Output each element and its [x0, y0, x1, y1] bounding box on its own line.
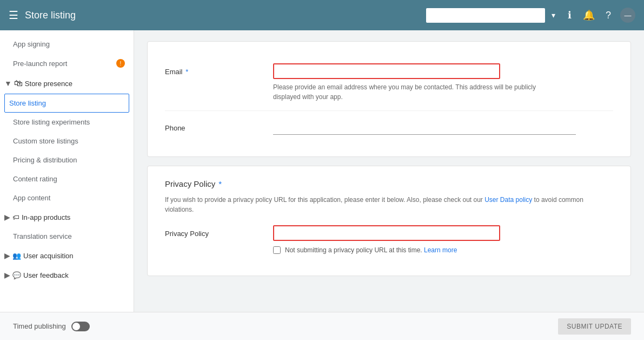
- contact-info-card: Email * Please provide an email address …: [147, 41, 631, 157]
- pre-launch-badge: !: [116, 59, 125, 68]
- topbar-title: Store listing: [25, 10, 420, 21]
- user-feedback-icon: 💬: [12, 271, 21, 279]
- email-row: Email * Please provide an email address …: [165, 55, 613, 111]
- submit-update-button[interactable]: SUBMIT UPDATE: [558, 318, 631, 335]
- privacy-required-star: *: [218, 179, 222, 188]
- sidebar-item-label: Store listing: [9, 99, 46, 107]
- notification-icon[interactable]: 🔔: [581, 8, 596, 23]
- no-privacy-policy-row: Not submitting a privacy policy URL at t…: [273, 246, 613, 254]
- sidebar-item-label: Content rating: [13, 175, 57, 183]
- search-input[interactable]: [426, 8, 545, 23]
- timed-publishing-toggle[interactable]: [71, 322, 90, 331]
- no-privacy-label: Not submitting a privacy policy URL at t…: [285, 246, 457, 254]
- email-field-container: Please provide an email address where yo…: [273, 63, 613, 102]
- sidebar-item-label: App signing: [13, 40, 50, 48]
- sidebar-item-content-rating[interactable]: Content rating: [0, 169, 134, 188]
- sidebar-section-label: User feedback: [23, 271, 69, 279]
- in-app-products-icon: 🏷: [12, 213, 19, 221]
- sidebar-item-translation-service[interactable]: Translation service: [0, 227, 134, 246]
- privacy-policy-label: Privacy Policy: [165, 225, 273, 238]
- email-input[interactable]: [273, 63, 500, 79]
- learn-more-link[interactable]: Learn more: [424, 246, 457, 254]
- sidebar-section-label: User acquisition: [23, 252, 74, 260]
- timed-publishing-label: Timed publishing: [13, 322, 66, 330]
- search-dropdown-icon[interactable]: ▾: [552, 11, 555, 19]
- chevron-right-icon2: ▶: [4, 251, 10, 260]
- sidebar-section-in-app-products[interactable]: ▶ 🏷 In-app products: [0, 207, 134, 227]
- privacy-description: If you wish to provide a privacy policy …: [165, 195, 613, 214]
- sidebar-item-label: Pricing & distribution: [13, 156, 77, 164]
- no-privacy-checkbox[interactable]: [273, 246, 281, 254]
- email-required-star: *: [184, 68, 189, 76]
- sidebar: App signing Pre-launch report ! ▼ 🛍 Stor…: [0, 30, 134, 312]
- info-icon[interactable]: ℹ: [562, 8, 577, 23]
- privacy-policy-field-container: Not submitting a privacy policy URL at t…: [273, 225, 613, 254]
- timed-publishing-container: Timed publishing: [13, 322, 90, 331]
- sidebar-section-user-feedback[interactable]: ▶ 💬 User feedback: [0, 265, 134, 285]
- email-label: Email *: [165, 63, 273, 76]
- user-data-policy-link[interactable]: User Data policy: [484, 196, 532, 204]
- privacy-policy-input[interactable]: [273, 225, 500, 241]
- sidebar-item-custom-store-listings[interactable]: Custom store listings: [0, 132, 134, 151]
- sidebar-item-pricing-distribution[interactable]: Pricing & distribution: [0, 151, 134, 169]
- main-content: Email * Please provide an email address …: [134, 30, 644, 312]
- privacy-policy-card: Privacy Policy * If you wish to provide …: [147, 166, 631, 276]
- sidebar-item-app-signing[interactable]: App signing: [0, 35, 134, 54]
- sidebar-item-store-listing-experiments[interactable]: Store listing experiments: [0, 113, 134, 132]
- chevron-right-icon3: ▶: [4, 271, 10, 279]
- topbar-actions: ℹ 🔔 ? —: [562, 8, 635, 23]
- sidebar-section-label: In-app products: [22, 213, 70, 221]
- phone-field-container: [273, 120, 613, 135]
- sidebar-item-label: Store listing experiments: [13, 118, 90, 126]
- sidebar-item-label: Custom store listings: [13, 137, 78, 145]
- sidebar-item-store-listing[interactable]: Store listing: [4, 94, 129, 113]
- privacy-policy-title: Privacy Policy *: [165, 179, 613, 188]
- chevron-down-icon: ▼: [4, 79, 12, 88]
- email-helper-text: Please provide an email address where yo…: [273, 82, 565, 102]
- phone-input[interactable]: [273, 120, 576, 135]
- sidebar-item-label: Translation service: [13, 232, 72, 240]
- sidebar-section-store-presence[interactable]: ▼ 🛍 Store presence: [0, 73, 134, 94]
- user-acquisition-icon: 👥: [12, 252, 21, 260]
- avatar[interactable]: —: [620, 8, 635, 23]
- menu-icon[interactable]: ☰: [9, 9, 18, 22]
- sidebar-section-user-acquisition[interactable]: ▶ 👥 User acquisition: [0, 246, 134, 265]
- phone-label: Phone: [165, 120, 273, 132]
- topbar: ☰ Store listing ▾ ℹ 🔔 ? —: [0, 0, 644, 30]
- sidebar-item-pre-launch-report[interactable]: Pre-launch report !: [0, 54, 134, 73]
- store-presence-icon: 🛍: [14, 79, 23, 88]
- sidebar-section-label: Store presence: [25, 80, 72, 88]
- sidebar-item-label: Pre-launch report: [13, 60, 67, 68]
- bottom-bar: Timed publishing SUBMIT UPDATE: [0, 312, 644, 340]
- chevron-right-icon: ▶: [4, 213, 10, 221]
- sidebar-item-label: App content: [13, 194, 50, 202]
- sidebar-item-app-content[interactable]: App content: [0, 188, 134, 207]
- privacy-policy-row: Privacy Policy Not submitting a privacy …: [165, 225, 613, 263]
- phone-row: Phone: [165, 111, 613, 143]
- help-icon[interactable]: ?: [601, 8, 616, 23]
